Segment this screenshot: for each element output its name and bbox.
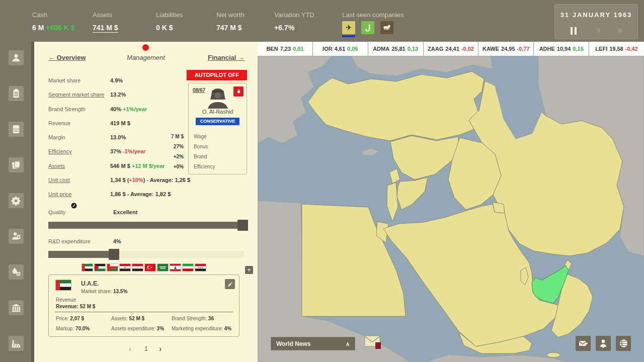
droplet-crate-icon: [11, 266, 22, 278]
sidebar-facilities-button[interactable]: [9, 336, 24, 351]
sidebar-supplies-button[interactable]: [9, 264, 24, 280]
stat-label: Assets: [93, 11, 112, 19]
left-sidebar: [0, 42, 31, 362]
flag-yemen[interactable]: [132, 264, 143, 271]
quality-slider-handle[interactable]: [237, 220, 248, 231]
ticker-cell[interactable]: ADMA25,81 0,13: [368, 42, 424, 56]
autopilot-toggle-button[interactable]: AUTOPILOT OFF: [187, 70, 247, 80]
manager-type-badge: CONSERVATIVE: [196, 118, 239, 125]
sidebar-manager-button[interactable]: [9, 50, 24, 65]
person-card-icon: [11, 231, 22, 242]
bank-icon: [11, 302, 22, 313]
flag-iran[interactable]: [183, 264, 193, 271]
flag-jordan[interactable]: [95, 264, 105, 271]
fire-manager-button[interactable]: [233, 86, 244, 97]
nav-financial-link[interactable]: Financial →: [208, 54, 245, 61]
stat-label: Net worth: [216, 11, 245, 19]
card-divider: [55, 312, 233, 312]
messages-button[interactable]: [576, 336, 591, 351]
edit-country-button[interactable]: [225, 279, 235, 289]
company-plane-button[interactable]: ✈: [342, 21, 355, 34]
population-button[interactable]: [596, 336, 611, 351]
person-icon: [11, 52, 22, 63]
collapse-chevron-icon: ∧: [346, 337, 350, 351]
flag-turkey[interactable]: [145, 264, 155, 271]
date-widget: 31 JANUARY 1963 › ››: [554, 4, 638, 39]
stat-label: Variation YTD: [274, 11, 314, 19]
assets-value[interactable]: 741 M $: [93, 24, 118, 33]
world-news-bar[interactable]: World News ∧: [271, 337, 355, 350]
country-name: U.A.E.: [81, 280, 99, 287]
sidebar-resources-button[interactable]: [9, 122, 24, 137]
page-prev-button[interactable]: ‹: [129, 344, 131, 353]
flag-lebanon[interactable]: [170, 264, 181, 271]
quality-slider[interactable]: [48, 222, 244, 229]
middle-east-map[interactable]: [258, 56, 644, 362]
flag-iraq[interactable]: [195, 264, 206, 271]
company-lion-button[interactable]: [380, 21, 393, 34]
globe-icon: [618, 338, 628, 348]
rnd-value: 4%: [113, 238, 121, 244]
country-market-share: 13.5%: [113, 289, 127, 294]
stat-label: Cash: [32, 11, 47, 19]
lion-icon: [382, 23, 391, 32]
sidebar-production-button[interactable]: [9, 193, 24, 208]
page-next-button[interactable]: ›: [159, 344, 162, 353]
clipboard-icon: [11, 88, 22, 99]
island-socotra[interactable]: [547, 352, 560, 357]
company-arabic-button[interactable]: ل: [361, 21, 374, 34]
mail-icon: [578, 338, 588, 348]
quality-value: Excellent: [113, 209, 137, 215]
fast-forward-button[interactable]: ››: [611, 26, 626, 37]
flame-icon: [235, 88, 242, 95]
company-selected-indicator: [342, 35, 355, 37]
flag-oman[interactable]: [107, 264, 118, 271]
sidebar-contracts-button[interactable]: [9, 86, 24, 101]
manager-card[interactable]: 08/67 O. Al-Rashid CONSERVATIVE Wage 7 M…: [188, 83, 247, 174]
world-button[interactable]: [616, 336, 631, 351]
mail-notification[interactable]: [364, 335, 381, 349]
current-tab-dot: [142, 44, 149, 51]
flag-egypt[interactable]: [120, 264, 130, 271]
quality-info-icon[interactable]: [71, 203, 77, 209]
top-bar: Cash 6 M +806 K $ Assets 741 M $ Liabili…: [0, 0, 644, 42]
revenue-caption: Revenue: [56, 297, 76, 303]
mail-badge: [375, 342, 381, 349]
person-icon: [598, 338, 608, 348]
sidebar-reports-button[interactable]: [9, 157, 24, 172]
pencil-icon: [227, 282, 233, 287]
management-panel: ← Overview Management Financial → AUTOPI…: [34, 42, 258, 362]
flag-saudi-arabia[interactable]: [157, 264, 168, 271]
ticker-cell[interactable]: ADHE10,94 0,15: [534, 42, 589, 56]
ticker-cell[interactable]: BEN7,23 0,01: [258, 42, 313, 56]
cash-value: 6 M: [32, 24, 44, 32]
pause-button[interactable]: [566, 26, 581, 37]
rnd-slider-handle[interactable]: [109, 249, 119, 260]
variation-value: +6.7%: [274, 24, 294, 32]
play-button[interactable]: ›: [591, 26, 606, 37]
networth-value: 747 M $: [216, 24, 242, 32]
flag-uae[interactable]: [82, 264, 93, 271]
cash-delta: +806 K $: [46, 24, 74, 32]
database-icon: [11, 124, 22, 135]
current-date: 31 JANUARY 1963: [555, 11, 637, 19]
add-country-button[interactable]: +: [245, 266, 253, 274]
ticker-cell[interactable]: ZAAG24,41 -0,02: [424, 42, 479, 56]
ticker-cell[interactable]: IOR4,61 0,05: [313, 42, 368, 56]
country-card-uae: U.A.E. Market share: 13.5% Revenue Reven…: [48, 275, 239, 337]
manager-name: O. Al-Rashid: [189, 109, 247, 115]
game-root: Cash 6 M +806 K $ Assets 741 M $ Liabili…: [0, 0, 644, 362]
stat-label: Liabilities: [156, 11, 183, 19]
page-number: 1: [144, 345, 148, 352]
ticker-cell[interactable]: KAWE24,95 -0,77: [478, 42, 534, 56]
sidebar-bank-button[interactable]: [9, 300, 24, 315]
rnd-label: R&D expenditure: [48, 238, 91, 244]
gears-icon: [11, 195, 22, 206]
ticker-cell[interactable]: LEFI19,58 -0,42: [589, 42, 644, 56]
manager-avatar: [203, 87, 233, 109]
factory-icon: [11, 338, 22, 349]
rnd-slider[interactable]: [48, 251, 244, 258]
quality-label: Quality: [48, 209, 65, 215]
sidebar-staff-button[interactable]: [9, 229, 24, 244]
country-revenue: 52 M $: [80, 304, 96, 309]
